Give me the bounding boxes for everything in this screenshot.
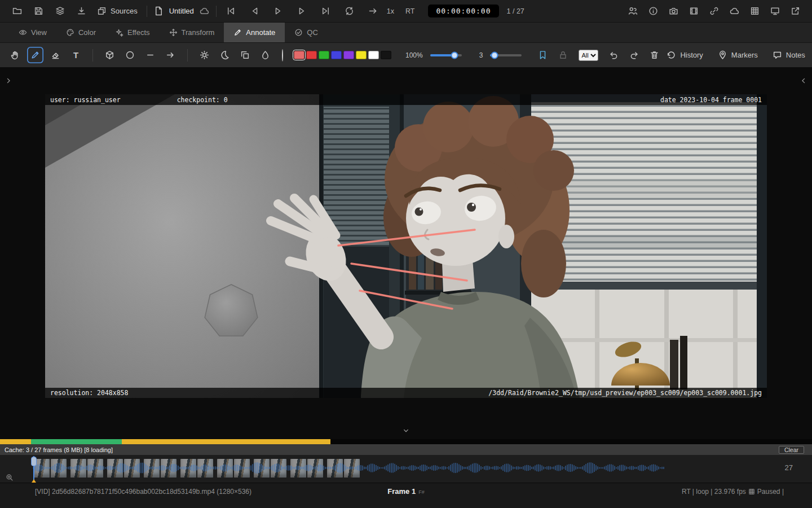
magnifier-icon	[6, 474, 14, 481]
opacity-slider-thumb[interactable]	[451, 51, 458, 59]
loop-mode-button[interactable]	[342, 3, 358, 19]
skip-end-icon	[321, 6, 330, 16]
pop-out-button[interactable]	[787, 3, 803, 19]
chevron-down-icon	[402, 427, 410, 435]
presentation-button[interactable]	[767, 3, 783, 19]
play-direction-button[interactable]	[365, 3, 381, 19]
cache-bar	[0, 439, 812, 444]
skip-to-start-button[interactable]	[223, 3, 239, 19]
circle-icon	[125, 50, 135, 60]
open-button[interactable]	[9, 3, 25, 19]
tab-transform[interactable]: Transform	[160, 23, 224, 42]
darken-tool-button[interactable]	[217, 47, 233, 63]
timeline-end-frame-label: 27	[785, 463, 793, 472]
tab-view[interactable]: View	[9, 23, 56, 42]
eye-icon	[19, 28, 27, 37]
play-backward-button[interactable]	[247, 3, 263, 19]
save-button[interactable]	[30, 3, 46, 19]
brush-size-value-label: 3	[479, 51, 483, 59]
people-icon	[628, 6, 638, 16]
info-button[interactable]	[645, 3, 661, 19]
tab-color[interactable]: Color	[56, 23, 105, 42]
timeline-zoom-button[interactable]	[6, 474, 14, 481]
brush-size-slider[interactable]	[490, 54, 522, 56]
redo-button[interactable]	[626, 47, 642, 63]
brush-size-slider-thumb[interactable]	[491, 51, 498, 59]
blur-tool-button[interactable]	[257, 47, 273, 63]
delete-annotation-button[interactable]	[646, 47, 663, 63]
cloud-button[interactable]	[726, 3, 742, 19]
line-shape-button[interactable]	[142, 47, 158, 63]
color-swatch-4[interactable]	[343, 51, 354, 59]
square-shape-button[interactable]	[102, 47, 118, 63]
play-icon	[273, 6, 283, 16]
document-title: Untitled	[169, 7, 194, 15]
cache-clear-button[interactable]: Clear	[779, 446, 804, 454]
copy-icon	[240, 50, 250, 60]
undo-button[interactable]	[606, 47, 622, 63]
sources-icon	[97, 6, 107, 16]
current-frame-group: Frame 1 F#	[387, 487, 424, 496]
timeline[interactable]: 27	[0, 455, 812, 483]
playback-mode-text: RT | loop | 23.976 fps	[682, 488, 746, 496]
viewer-collapse-button[interactable]	[402, 427, 410, 435]
file-actions-group: Sources	[9, 3, 140, 19]
sun-icon	[200, 50, 209, 60]
annotation-scope-select[interactable]: All	[579, 50, 598, 61]
layers-button[interactable]	[52, 3, 68, 19]
color-swatch-0[interactable]	[294, 51, 304, 59]
color-swatch-5[interactable]	[356, 51, 367, 59]
sources-button[interactable]: Sources	[95, 3, 140, 19]
playhead-handle[interactable]	[31, 457, 37, 466]
export-button[interactable]	[73, 3, 89, 19]
collaborators-button[interactable]	[625, 3, 641, 19]
lighten-tool-button[interactable]	[196, 47, 213, 63]
cache-segment	[122, 439, 330, 444]
external-link-icon	[791, 6, 800, 16]
draw-tool-button[interactable]	[27, 47, 43, 63]
right-panel-toggle[interactable]	[798, 75, 809, 86]
tab-view-label: View	[31, 28, 47, 37]
video-frame-canvas[interactable]: user: russian_user checkpoint: 0 date 20…	[45, 94, 767, 398]
lock-annotation-button[interactable]	[555, 47, 571, 63]
opacity-slider[interactable]	[430, 54, 462, 56]
color-swatch-1[interactable]	[306, 51, 317, 59]
eraser-tool-button[interactable]	[47, 47, 64, 63]
playback-speed-button[interactable]: 1x	[381, 7, 400, 15]
step-forward-button[interactable]	[294, 3, 310, 19]
color-swatch-3[interactable]	[331, 51, 342, 59]
snapshot-button[interactable]	[665, 3, 681, 19]
realtime-toggle-button[interactable]: RT	[400, 7, 420, 15]
clone-tool-button[interactable]	[237, 47, 253, 63]
layout-grid-button[interactable]	[747, 3, 762, 19]
pan-tool-button[interactable]	[7, 47, 23, 63]
playback-state-text: Paused |	[757, 488, 784, 496]
bookmark-annotation-button[interactable]	[535, 47, 551, 63]
skip-to-end-button[interactable]	[318, 3, 334, 19]
monitor-icon	[770, 6, 780, 16]
left-panel-toggle[interactable]	[3, 75, 14, 86]
color-swatch-2[interactable]	[319, 51, 329, 59]
play-button[interactable]	[271, 3, 286, 19]
media-button[interactable]	[686, 3, 701, 19]
arrow-shape-button[interactable]	[162, 47, 179, 63]
tab-annotate-label: Annotate	[246, 28, 275, 37]
share-link-button[interactable]	[706, 3, 722, 19]
tab-annotate[interactable]: Annotate	[224, 23, 285, 42]
circle-shape-button[interactable]	[122, 47, 138, 63]
notes-button[interactable]: Notes	[773, 50, 805, 60]
scene-left-wall	[45, 94, 323, 398]
text-tool-button[interactable]: T	[68, 47, 84, 63]
color-swatch-6[interactable]	[368, 51, 379, 59]
color-swatch-7[interactable]	[381, 51, 391, 59]
tab-effects[interactable]: Effects	[105, 23, 160, 42]
history-button[interactable]: History	[667, 50, 703, 60]
frame-unit-label[interactable]: F#	[418, 489, 425, 495]
opacity-value-label: 100%	[405, 51, 423, 59]
tab-qc[interactable]: QC	[285, 23, 328, 42]
save-icon	[34, 6, 43, 16]
cube-icon	[105, 50, 114, 60]
top-bar: Sources Untitled 1x RT 00:00:00:00 1 / 2…	[0, 0, 812, 23]
notes-bubble-icon	[773, 50, 782, 60]
markers-button[interactable]: Markers	[718, 50, 758, 60]
